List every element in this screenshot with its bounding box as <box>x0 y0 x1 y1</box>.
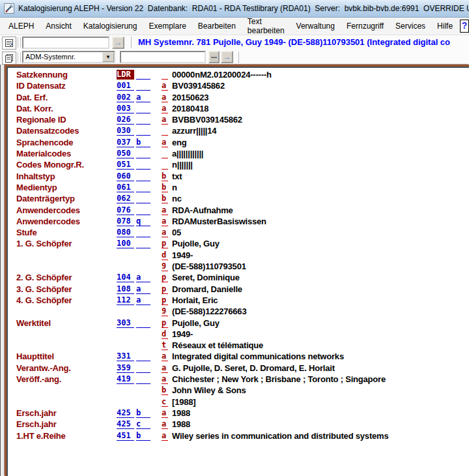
record-number-input[interactable] <box>22 37 109 49</box>
field-indicator[interactable]: b <box>136 138 150 147</box>
field-subfield[interactable]: t <box>162 340 168 350</box>
field-subfield[interactable]: b <box>162 194 168 203</box>
field-value[interactable]: Chichester ; New York ; Brisbane ; Toron… <box>172 374 386 384</box>
field-indicator[interactable] <box>136 126 150 136</box>
field-tag[interactable]: 050 <box>117 149 134 158</box>
field-value[interactable]: 1949- <box>172 329 193 339</box>
field-subfield[interactable]: a <box>162 205 168 215</box>
field-value[interactable]: (DE-588)110793501 <box>172 261 246 271</box>
field-tag[interactable]: LDR <box>117 70 134 80</box>
field-indicator[interactable] <box>136 70 150 80</box>
field-tag[interactable]: 108 <box>117 284 134 294</box>
field-subfield[interactable]: p <box>162 284 168 294</box>
field-tag[interactable]: 001 <box>117 81 134 91</box>
field-value[interactable]: 05 <box>172 228 181 237</box>
field-tag[interactable]: 104 <box>117 273 134 282</box>
menu-text-bearbeiten[interactable]: Text bearbeiten <box>242 14 291 38</box>
field-tag[interactable]: 451 <box>117 431 134 441</box>
field-indicator[interactable] <box>136 160 150 170</box>
field-indicator[interactable] <box>136 205 150 215</box>
menu-bearbeiten[interactable]: Bearbeiten <box>192 19 242 33</box>
field-value[interactable]: BV039145862 <box>172 81 225 91</box>
field-value[interactable]: Réseaux et télématique <box>172 340 263 350</box>
field-subfield[interactable] <box>162 160 168 170</box>
field-value[interactable]: azzurr|||||14 <box>172 126 216 136</box>
field-value[interactable]: 1949- <box>172 250 193 260</box>
field-value[interactable]: RDAMusterBasiswissen <box>172 216 266 226</box>
field-subfield[interactable]: d <box>162 250 168 260</box>
field-tag[interactable]: 100 <box>117 239 134 248</box>
field-tag[interactable]: 112 <box>117 295 134 305</box>
field-indicator[interactable] <box>136 239 150 248</box>
field-tag[interactable]: 062 <box>117 194 134 203</box>
field-tag[interactable]: 030 <box>117 126 134 136</box>
menu-services[interactable]: Services <box>390 19 431 33</box>
field-tag[interactable]: 331 <box>117 351 134 361</box>
menu-exemplare[interactable]: Exemplare <box>143 19 192 33</box>
field-subfield[interactable]: p <box>162 318 168 328</box>
menu-fernzugriff[interactable]: Fernzugriff <box>341 19 390 33</box>
field-tag[interactable]: 060 <box>117 171 134 181</box>
field-value[interactable]: txt <box>172 171 182 181</box>
field-value[interactable]: a|||||||||||| <box>172 149 203 158</box>
field-tag[interactable]: 359 <box>117 363 134 373</box>
field-value[interactable]: n||||||| <box>172 160 193 170</box>
field-indicator[interactable] <box>136 104 150 113</box>
field-indicator[interactable] <box>136 194 150 203</box>
field-subfield[interactable]: b <box>162 171 168 181</box>
field-value[interactable]: G. Pujolle, D. Seret, D. Dromard, E. Hor… <box>172 363 335 373</box>
browse-button[interactable]: ... <box>208 51 220 63</box>
field-value[interactable]: Seret, Dominique <box>172 273 240 282</box>
field-subfield[interactable]: b <box>162 183 168 192</box>
field-indicator[interactable]: b <box>136 431 150 441</box>
field-indicator[interactable]: a <box>136 295 150 305</box>
menu-aleph[interactable]: ALEPH <box>3 19 40 33</box>
field-value[interactable]: [1988] <box>172 397 195 407</box>
record-go-button[interactable]: → <box>112 37 124 49</box>
field-tag[interactable]: 026 <box>117 115 134 125</box>
field-indicator[interactable]: c <box>136 419 150 429</box>
menu-verwaltung[interactable]: Verwaltung <box>291 19 341 33</box>
field-subfield[interactable]: a <box>162 431 168 441</box>
field-subfield[interactable] <box>162 70 168 80</box>
field-subfield[interactable]: a <box>162 419 168 429</box>
field-subfield[interactable]: p <box>162 295 168 305</box>
field-value[interactable]: Integrated digital communications networ… <box>172 351 344 361</box>
field-indicator[interactable]: b <box>136 408 150 418</box>
field-tag[interactable]: 037 <box>117 138 134 147</box>
field-indicator[interactable] <box>136 363 150 373</box>
field-tag[interactable]: 076 <box>117 205 134 215</box>
field-value[interactable]: 20180418 <box>172 104 208 113</box>
adm-system-select[interactable]: ADM-Systemnr. ▼ <box>22 51 115 63</box>
field-subfield[interactable]: a <box>162 228 168 237</box>
field-value[interactable]: 1988 <box>172 408 190 418</box>
field-value[interactable]: n <box>172 183 177 192</box>
help-icon[interactable]: ? <box>460 20 469 33</box>
field-tag[interactable]: 051 <box>117 160 134 170</box>
field-value[interactable]: Horlait, Eric <box>172 295 218 305</box>
field-value[interactable]: (DE-588)122276663 <box>172 306 246 316</box>
field-tag[interactable]: 061 <box>117 183 134 192</box>
field-tag[interactable]: 425 <box>117 408 134 418</box>
field-indicator[interactable] <box>136 149 150 158</box>
field-tag[interactable]: 419 <box>117 374 134 384</box>
field-value[interactable]: nc <box>172 194 182 203</box>
field-subfield[interactable]: a <box>162 363 168 373</box>
field-subfield[interactable] <box>162 149 168 158</box>
field-indicator[interactable]: a <box>136 284 150 294</box>
field-subfield[interactable]: 9 <box>162 306 168 316</box>
field-subfield[interactable]: a <box>162 351 168 361</box>
chevron-down-icon[interactable]: ▼ <box>102 52 114 62</box>
field-tag[interactable]: 080 <box>117 228 134 237</box>
field-subfield[interactable]: b <box>162 385 168 395</box>
field-subfield[interactable]: 9 <box>162 261 168 271</box>
field-value[interactable]: Pujolle, Guy <box>172 239 220 248</box>
field-subfield[interactable]: p <box>162 239 168 248</box>
adm-go-button[interactable]: → <box>221 51 233 63</box>
field-value[interactable]: Pujolle, Guy <box>172 318 220 328</box>
field-tag[interactable]: 003 <box>117 104 134 113</box>
field-tag[interactable]: 303 <box>117 318 134 328</box>
record-pad-icon[interactable] <box>2 37 16 50</box>
field-subfield[interactable]: a <box>162 93 168 102</box>
menu-ansicht[interactable]: Ansicht <box>40 19 77 33</box>
